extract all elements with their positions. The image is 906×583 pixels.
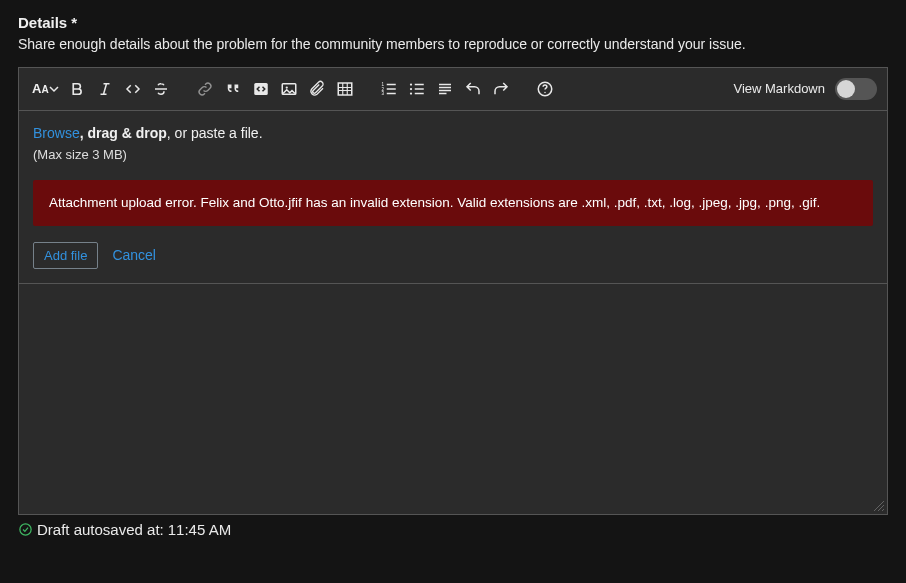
bold-button[interactable] (64, 76, 90, 102)
browse-link[interactable]: Browse (33, 125, 80, 141)
svg-point-11 (544, 91, 546, 93)
image-button[interactable] (276, 76, 302, 102)
svg-text:3: 3 (381, 91, 384, 96)
svg-rect-3 (338, 83, 352, 95)
strikethrough-button[interactable] (148, 76, 174, 102)
strikethrough-icon (152, 80, 170, 98)
ordered-list-button[interactable]: 123 (376, 76, 402, 102)
resize-handle-icon[interactable] (873, 500, 885, 512)
italic-icon (96, 80, 114, 98)
editor-container: AA (18, 67, 888, 515)
quote-icon (224, 80, 242, 98)
link-icon (196, 80, 214, 98)
code-block-icon (252, 80, 270, 98)
svg-point-8 (410, 87, 412, 89)
toolbar-group-lists: 123 (376, 76, 514, 102)
toolbar-group-help (532, 76, 558, 102)
table-icon (336, 80, 354, 98)
paragraph-icon (436, 80, 454, 98)
autosave-time: 11:45 AM (168, 521, 231, 538)
svg-point-7 (410, 83, 412, 85)
upload-area[interactable]: Browse, drag & drop, or paste a file. (M… (19, 111, 887, 284)
code-block-button[interactable] (248, 76, 274, 102)
code-icon (124, 80, 142, 98)
upload-button-row: Add file Cancel (33, 242, 873, 269)
attachment-icon (308, 80, 326, 98)
table-button[interactable] (332, 76, 358, 102)
link-button[interactable] (192, 76, 218, 102)
section-subtitle: Share enough details about the problem f… (18, 35, 888, 55)
svg-point-2 (285, 86, 287, 88)
ordered-list-icon: 123 (380, 80, 398, 98)
unordered-list-button[interactable] (404, 76, 430, 102)
check-circle-icon (18, 522, 33, 537)
unordered-list-icon (408, 80, 426, 98)
autosave-prefix: Draft autosaved at: (37, 521, 164, 538)
code-button[interactable] (120, 76, 146, 102)
add-file-button[interactable]: Add file (33, 242, 98, 269)
toolbar-group-insert (192, 76, 358, 102)
bold-icon (68, 80, 86, 98)
undo-button[interactable] (460, 76, 486, 102)
undo-icon (464, 80, 482, 98)
toolbar-group-text: AA (29, 76, 174, 102)
cancel-button[interactable]: Cancel (112, 247, 156, 263)
redo-button[interactable] (488, 76, 514, 102)
redo-icon (492, 80, 510, 98)
paragraph-button[interactable] (432, 76, 458, 102)
help-button[interactable] (532, 76, 558, 102)
upload-error-message: Attachment upload error. Felix and Otto.… (33, 180, 873, 226)
svg-point-12 (20, 524, 31, 535)
editor-toolbar: AA (19, 68, 887, 111)
paste-text: , or paste a file. (167, 125, 263, 141)
svg-point-9 (410, 92, 412, 94)
quote-button[interactable] (220, 76, 246, 102)
italic-button[interactable] (92, 76, 118, 102)
view-markdown-toggle[interactable] (835, 78, 877, 100)
chevron-down-icon (49, 84, 59, 94)
view-markdown-label: View Markdown (733, 81, 825, 96)
max-size-text: (Max size 3 MB) (33, 147, 873, 162)
attachment-button[interactable] (304, 76, 330, 102)
autosave-status: Draft autosaved at: 11:45 AM (18, 515, 888, 538)
editor-textarea[interactable] (19, 284, 887, 514)
drag-drop-text: , drag & drop (80, 125, 167, 141)
section-title: Details * (18, 14, 888, 31)
image-icon (280, 80, 298, 98)
help-icon (536, 80, 554, 98)
font-size-dropdown[interactable]: AA (29, 76, 62, 102)
upload-instructions: Browse, drag & drop, or paste a file. (33, 125, 873, 141)
